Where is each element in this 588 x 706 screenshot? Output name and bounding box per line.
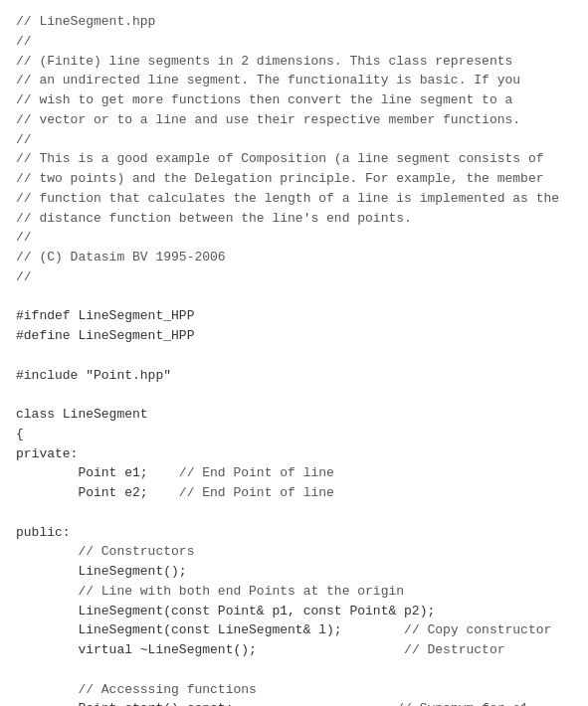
code-line: // wish to get more functions then conve… (16, 90, 572, 110)
code-line: #include "Point.hpp" (16, 366, 572, 386)
code-line: #ifndef LineSegment_HPP (16, 306, 572, 326)
code-line: // Line with both end Points at the orig… (16, 582, 572, 602)
code-line (16, 287, 572, 307)
code-line: // (16, 32, 572, 52)
code-line: // (16, 130, 572, 150)
code-line: // (16, 267, 572, 287)
code-line: // (C) Datasim BV 1995-2006 (16, 248, 572, 267)
code-line: // (16, 228, 572, 248)
code-line (16, 346, 572, 366)
code-line: // an undirected line segment. The funct… (16, 71, 572, 90)
code-line: // distance function between the line's … (16, 209, 572, 229)
code-line: // Accesssing functions (16, 680, 572, 700)
code-line: private: (16, 444, 572, 464)
code-line: Point start() const; // Synonym for e1 (16, 699, 572, 706)
code-line: #define LineSegment_HPP (16, 326, 572, 346)
code-line: LineSegment(); (16, 562, 572, 582)
code-line: LineSegment(const LineSegment& l); // Co… (16, 620, 572, 640)
code-line: Point e1; // End Point of line (16, 463, 572, 483)
code-line: // (Finite) line segments in 2 dimension… (16, 52, 572, 72)
code-line: // Constructors (16, 542, 572, 562)
code-display: // LineSegment.hpp//// (Finite) line seg… (16, 12, 572, 706)
code-line: virtual ~LineSegment(); // Destructor (16, 640, 572, 660)
code-line: public: (16, 523, 572, 543)
code-line (16, 503, 572, 523)
code-line: // two points) and the Delegation princi… (16, 169, 572, 189)
code-line: // vector or to a line and use their res… (16, 110, 572, 130)
code-line: // LineSegment.hpp (16, 12, 572, 32)
code-line: Point e2; // End Point of line (16, 483, 572, 503)
code-line: LineSegment(const Point& p1, const Point… (16, 602, 572, 621)
code-line: // This is a good example of Composition… (16, 149, 572, 169)
code-line: class LineSegment (16, 405, 572, 425)
code-line: // function that calculates the length o… (16, 189, 572, 209)
code-line: { (16, 425, 572, 444)
code-line (16, 660, 572, 680)
code-line (16, 385, 572, 405)
